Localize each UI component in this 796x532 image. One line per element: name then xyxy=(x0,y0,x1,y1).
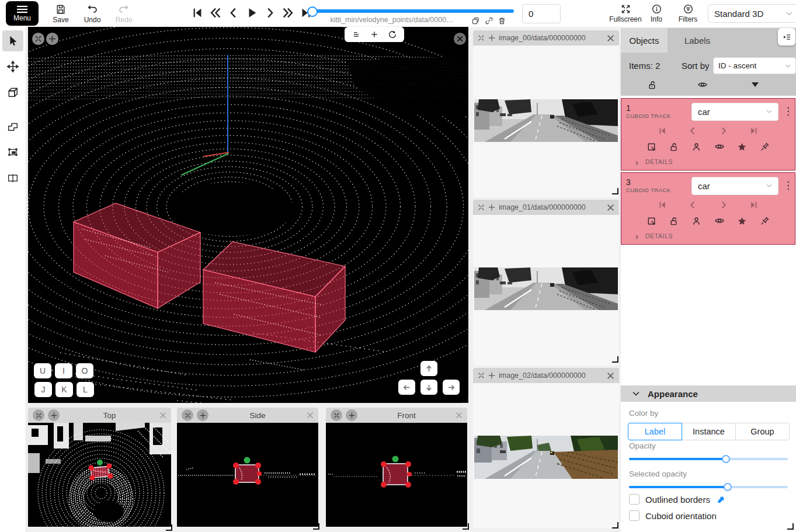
next-keyframe-button[interactable] xyxy=(718,200,729,210)
draw-cuboid-tool[interactable] xyxy=(2,82,23,103)
reset-view-button[interactable] xyxy=(388,30,397,39)
resize-handle[interactable] xyxy=(462,397,468,403)
first-keyframe-button[interactable] xyxy=(657,126,668,136)
perspective-view-canvas[interactable]: U I O J K L xyxy=(28,27,468,403)
keyframe-button[interactable] xyxy=(737,216,747,226)
collapse-all-button[interactable] xyxy=(748,77,763,92)
next-frame-button[interactable] xyxy=(263,6,277,20)
hide-all-button[interactable] xyxy=(695,77,710,92)
zoom-in-button[interactable] xyxy=(370,30,379,39)
close-icon[interactable] xyxy=(456,412,463,419)
close-perspective-button[interactable] xyxy=(454,33,466,45)
workspace-mode-select[interactable]: Standard 3D xyxy=(708,4,796,23)
object-label-select[interactable]: car xyxy=(691,103,778,121)
split-tool[interactable] xyxy=(2,168,23,189)
selected-opacity-slider[interactable] xyxy=(629,486,788,488)
opacity-slider[interactable] xyxy=(629,458,788,460)
resize-handle[interactable] xyxy=(463,523,469,530)
next-keyframe-button[interactable] xyxy=(718,126,729,136)
undo-button[interactable]: Undo xyxy=(79,2,105,25)
resize-handle[interactable] xyxy=(313,523,319,530)
drag-view-icon[interactable] xyxy=(346,409,357,421)
color-by-group-option[interactable]: Group xyxy=(735,423,790,440)
close-icon[interactable] xyxy=(307,412,314,419)
side-view-canvas[interactable] xyxy=(177,423,318,527)
resize-handle[interactable] xyxy=(612,522,618,528)
frame-number-input[interactable] xyxy=(522,4,561,23)
play-button[interactable] xyxy=(245,6,259,20)
previous-keyframe-button[interactable] xyxy=(687,126,698,136)
drag-view-icon[interactable] xyxy=(488,372,495,379)
delete-frame-button[interactable] xyxy=(496,15,508,26)
last-keyframe-button[interactable] xyxy=(749,126,759,136)
fullscreen-button[interactable]: Fullscreen xyxy=(610,2,641,25)
color-by-instance-option[interactable]: Instance xyxy=(682,423,736,440)
object-label-select[interactable]: car xyxy=(691,177,778,195)
details-toggle[interactable]: › DETAILS xyxy=(626,229,790,243)
object-card-1[interactable]: 1 CUBOID TRACK car ⋮ xyxy=(621,98,795,171)
resize-handle[interactable] xyxy=(612,188,618,194)
expand-view-icon[interactable] xyxy=(478,372,485,379)
close-icon[interactable] xyxy=(159,412,166,419)
info-button[interactable]: Info xyxy=(644,2,669,25)
copy-frame-name-button[interactable] xyxy=(470,15,481,26)
more-icon[interactable]: ⋮ xyxy=(783,109,790,114)
outlined-borders-checkbox[interactable] xyxy=(629,494,639,505)
selected-opacity-slider-handle[interactable] xyxy=(724,483,732,491)
occluded-button[interactable] xyxy=(691,142,701,152)
drag-view-icon[interactable] xyxy=(197,409,208,421)
sort-select[interactable]: ID - ascent xyxy=(713,57,796,74)
lock-all-button[interactable] xyxy=(644,77,659,92)
drag-view-icon[interactable] xyxy=(488,34,495,41)
details-toggle[interactable]: › DETAILS xyxy=(626,155,790,169)
eyedropper-icon[interactable] xyxy=(716,495,726,505)
top-view-canvas[interactable] xyxy=(28,423,171,527)
backward-button[interactable] xyxy=(208,6,223,20)
frame-url-button[interactable] xyxy=(483,15,495,26)
pin-button[interactable] xyxy=(760,216,770,226)
expand-view-icon[interactable] xyxy=(182,409,193,421)
last-keyframe-button[interactable] xyxy=(749,200,759,210)
lock-button[interactable] xyxy=(669,216,679,226)
keyframe-button[interactable] xyxy=(737,142,747,152)
tab-objects[interactable]: Objects xyxy=(621,28,668,53)
close-icon[interactable] xyxy=(607,34,614,42)
perspective-settings-button[interactable] xyxy=(352,30,361,39)
pan-left-button[interactable] xyxy=(398,380,415,395)
merge-tool[interactable] xyxy=(2,116,23,137)
front-view-canvas[interactable] xyxy=(326,423,467,527)
color-by-label-option[interactable]: Label xyxy=(628,423,682,440)
pan-down-button[interactable] xyxy=(420,380,437,395)
tab-labels[interactable]: Labels xyxy=(677,28,718,53)
cuboid-orientation-checkbox[interactable] xyxy=(629,510,639,521)
pin-button[interactable] xyxy=(760,142,770,152)
appearance-header[interactable]: Appearance xyxy=(621,385,796,402)
expand-view-icon[interactable] xyxy=(331,409,342,421)
drag-view-icon[interactable] xyxy=(48,409,60,421)
resize-handle[interactable] xyxy=(787,523,794,530)
forward-button[interactable] xyxy=(281,6,295,20)
hide-button[interactable] xyxy=(714,141,725,152)
filters-button[interactable]: Filters xyxy=(674,2,702,25)
cursor-tool[interactable] xyxy=(2,30,23,51)
camera-rotate-button[interactable] xyxy=(32,33,44,45)
menu-button[interactable]: Menu xyxy=(6,1,39,26)
expand-view-icon[interactable] xyxy=(478,34,485,41)
opacity-slider-handle[interactable] xyxy=(722,455,730,463)
previous-frame-button[interactable] xyxy=(227,6,241,20)
close-icon[interactable] xyxy=(607,372,614,380)
occluded-button[interactable] xyxy=(691,216,701,226)
drag-view-icon[interactable] xyxy=(488,204,495,211)
pan-up-button[interactable] xyxy=(420,361,437,376)
frame-slider[interactable] xyxy=(308,9,514,13)
hide-button[interactable] xyxy=(714,215,725,226)
first-frame-button[interactable] xyxy=(190,6,204,20)
resize-handle[interactable] xyxy=(612,356,618,363)
previous-keyframe-button[interactable] xyxy=(687,200,698,210)
group-tool[interactable] xyxy=(2,141,23,162)
lock-button[interactable] xyxy=(669,142,679,152)
collapse-sidebar-button[interactable] xyxy=(778,28,795,46)
pan-right-button[interactable] xyxy=(443,380,460,395)
outside-button[interactable] xyxy=(646,142,656,152)
save-button[interactable]: Save xyxy=(48,2,74,25)
